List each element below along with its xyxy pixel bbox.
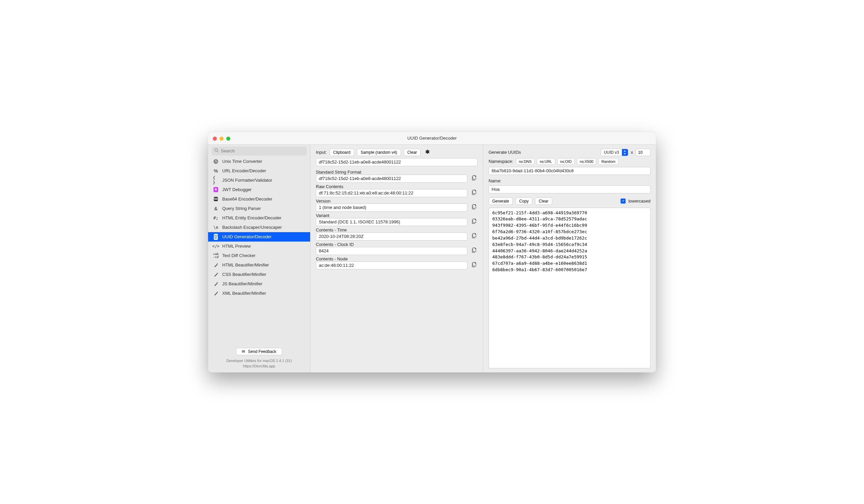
footer-version: Developer Utilities for macOS 1.4.1 (31) (212, 358, 307, 364)
sidebar-item-jwt-debugger[interactable]: ✻JWT Debugger (208, 185, 310, 195)
sidebar-item-label: CSS Beautifier/Minifier (222, 272, 266, 277)
sidebar-item-html-entity-encoder-decoder[interactable]: #;HTML Entity Encoder/Decoder (208, 213, 310, 223)
copy-button[interactable] (470, 204, 478, 211)
generate-button[interactable]: Generate (489, 197, 513, 205)
minimize-window[interactable] (219, 137, 224, 140)
clipboard-icon (472, 204, 476, 211)
name-label: Name: (489, 178, 650, 183)
copy-button[interactable] (470, 247, 478, 255)
sidebar-item-query-string-parser[interactable]: &Query String Parser (208, 204, 310, 213)
section-value: 1 (time and node based) (316, 204, 467, 212)
sidebar-item-json-formatter-validator[interactable]: { }JSON Formatter/Validator (208, 176, 310, 185)
search-field[interactable] (212, 147, 307, 156)
search-icon (214, 148, 219, 154)
bslash-icon: \n (213, 224, 219, 231)
multiply-label: x (631, 150, 633, 155)
section-label: Standard String Format (316, 170, 478, 175)
copy-output-button[interactable]: Copy (516, 197, 532, 205)
sidebar-item-label: JSON Formatter/Validator (222, 177, 272, 183)
check-icon (622, 198, 625, 204)
uuid-version-select[interactable]: UUID v3 (601, 149, 628, 156)
namespace-button-ns-dns[interactable]: ns:DNS (516, 158, 535, 165)
namespace-input[interactable] (489, 167, 650, 175)
sidebar-item-label: URL Encoder/Decoder (222, 168, 266, 173)
hash-icon: #; (213, 215, 219, 221)
section-value: Standard (DCE 1.1, ISO/IEC 11578:1996) (316, 218, 467, 226)
copy-button[interactable] (470, 189, 478, 197)
sidebar-item-url-encoder-decoder[interactable]: %URL Encoder/Decoder (208, 166, 310, 176)
sidebar-item-base64-encoder-decoder[interactable]: 64Base64 Encoder/Decoder (208, 195, 310, 204)
section-label: Raw Contents (316, 184, 478, 189)
sidebar: Unix Time Converter%URL Encoder/Decoder{… (208, 145, 310, 372)
sidebar-item-html-preview[interactable]: </>HTML Preview (208, 242, 310, 251)
b64-icon: 64 (213, 196, 219, 202)
uuid-input[interactable] (316, 158, 478, 166)
sidebar-item-label: HTML Preview (222, 244, 251, 249)
amp-icon: & (213, 206, 219, 212)
sidebar-item-backslash-escaper-unescaper[interactable]: \nBackslash Escaper/Unescaper (208, 223, 310, 232)
sidebar-item-text-diff-checker[interactable]: +ab-cdText Diff Checker (208, 251, 310, 260)
count-input[interactable] (636, 149, 650, 156)
copy-button[interactable] (470, 218, 478, 226)
sidebar-item-html-beautifier-minifier[interactable]: HTML Beautifier/Minifier (208, 260, 310, 270)
diff-icon: +ab-cd (213, 253, 219, 259)
wand-icon (213, 281, 219, 287)
sidebar-item-label: JS Beautifier/Minifier (222, 281, 262, 286)
lowercase-checkbox[interactable] (621, 198, 626, 204)
clipboard-icon (472, 233, 476, 239)
gear-icon (424, 149, 430, 156)
braces-icon: { } (213, 177, 219, 183)
clock-icon (213, 159, 219, 164)
sidebar-list: Unix Time Converter%URL Encoder/Decoder{… (208, 157, 310, 345)
namespace-button-random[interactable]: Random (598, 158, 619, 165)
section-label: Contents - Node (316, 256, 478, 261)
section-value: df:71:8c:52:15:d2:11:eb:a0:e8:ac:de:48:0… (316, 189, 467, 197)
clipboard-icon (472, 190, 476, 196)
code-icon: </> (213, 243, 219, 249)
sidebar-item-label: Query String Parser (222, 206, 261, 211)
generate-uuids-label: Generate UUIDs (489, 150, 521, 155)
clear-input-button[interactable]: Clear (404, 149, 421, 156)
sidebar-item-label: XML Beautifier/Minifier (222, 291, 266, 296)
output-textarea[interactable]: 6c95ef21-215f-4dd3-a698-44919a369770 033… (489, 208, 650, 368)
footer-url: https://DevUtils.app (212, 364, 307, 369)
copy-button[interactable] (470, 175, 478, 182)
clipboard-icon (472, 219, 476, 225)
close-window[interactable] (213, 137, 217, 140)
search-input[interactable] (221, 148, 304, 153)
sidebar-item-css-beautifier-minifier[interactable]: CSS Beautifier/Minifier (208, 270, 310, 279)
sidebar-item-xml-beautifier-minifier[interactable]: XML Beautifier/Minifier (208, 289, 310, 298)
zoom-window[interactable] (226, 137, 230, 140)
section-value: df718c52-15d2-11eb-a0e8-acde48001122 (316, 175, 467, 183)
lowercase-label: lowercased (628, 198, 650, 204)
name-input[interactable] (489, 185, 650, 194)
sidebar-item-label: Unix Time Converter (222, 159, 262, 164)
namespace-button-ns-oid[interactable]: ns:OID (557, 158, 575, 165)
wand-icon (213, 271, 219, 278)
sidebar-item-js-beautifier-minifier[interactable]: JS Beautifier/Minifier (208, 279, 310, 289)
app-window: UUID Generator/Decoder Unix Time Convert… (208, 132, 656, 372)
uuid-version-value: UUID v3 (604, 150, 619, 155)
titlebar: UUID Generator/Decoder (208, 132, 656, 145)
namespace-button-ns-x500[interactable]: ns:X500 (577, 158, 596, 165)
sidebar-item-unix-time-converter[interactable]: Unix Time Converter (208, 157, 310, 166)
clipboard-button[interactable]: Clipboard (329, 149, 354, 156)
settings-button[interactable] (423, 149, 431, 156)
sidebar-item-uuid-generator-decoder[interactable]: UUIDUUID Generator/Decoder (208, 232, 310, 242)
sidebar-item-label: HTML Entity Encoder/Decoder (222, 215, 281, 220)
clear-output-button[interactable]: Clear (535, 197, 552, 205)
input-label: Input: (316, 150, 327, 155)
clipboard-icon (472, 175, 476, 182)
send-feedback-button[interactable]: ✉ Send Feedback (236, 348, 282, 355)
copy-button[interactable] (470, 233, 478, 240)
wand-icon (213, 290, 219, 296)
section-value: 8424 (316, 247, 467, 255)
envelope-icon: ✉ (242, 349, 245, 354)
section-label: Version (316, 198, 478, 204)
namespace-button-ns-url[interactable]: ns:URL (537, 158, 555, 165)
sample-button[interactable]: Sample (random v4) (357, 149, 401, 156)
copy-button[interactable] (470, 262, 478, 269)
send-feedback-label: Send Feedback (248, 349, 276, 354)
clipboard-icon (472, 262, 476, 269)
sidebar-item-label: Text Diff Checker (222, 253, 255, 258)
